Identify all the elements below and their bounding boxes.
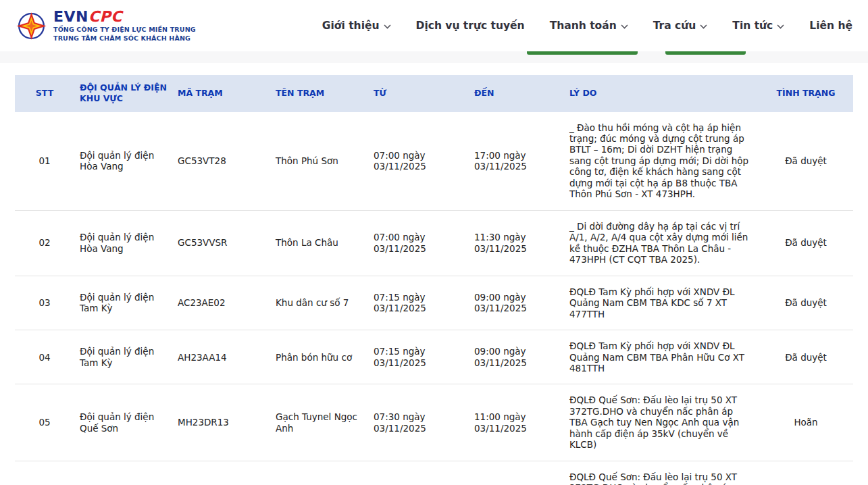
logo-evn: EVN (53, 8, 88, 25)
cell-status: Hoãn (759, 461, 853, 485)
cell-from: 07:15 ngày 03/11/2025 (368, 276, 469, 330)
evncpc-logo[interactable]: EVNCPC TỔNG CÔNG TY ĐIỆN LỰC MIỀN TRUNG … (16, 9, 196, 42)
table-row: 02 Đội quản lý điện Hòa Vang GC53VVSR Th… (15, 210, 853, 276)
nav-item-label: Liên hệ (809, 20, 852, 32)
site-header: EVNCPC TỔNG CÔNG TY ĐIỆN LỰC MIỀN TRUNG … (0, 0, 868, 51)
main-content: STTĐỘI QUẢN LÝ ĐIỆN KHU VỰCMÃ TRẠMTÊN TR… (0, 63, 868, 485)
outage-schedule-table: STTĐỘI QUẢN LÝ ĐIỆN KHU VỰCMÃ TRẠMTÊN TR… (15, 75, 853, 485)
nav-item-4[interactable]: Tin tức (732, 20, 784, 32)
cell-status: Đã duyệt (759, 112, 853, 211)
column-header-3: TÊN TRẠM (270, 75, 368, 112)
cell-team: Đội quản lý điện Hòa Vang (74, 112, 172, 211)
subheader-band (0, 51, 868, 63)
table-row: 03 Đội quản lý điện Tam Kỳ AC23AE02 Khu … (15, 276, 853, 330)
table-body: 01 Đội quản lý điện Hòa Vang GC53VT28 Th… (15, 112, 853, 485)
cell-from: 07:00 ngày 03/11/2025 (368, 112, 469, 211)
cell-status: Đã duyệt (759, 276, 853, 330)
cell-reason: _ Di dời đường dây hạ áp tại các vị trí … (564, 210, 759, 276)
cell-stt: 05 (15, 384, 74, 461)
cell-from: 07:00 ngày 03/11/2025 (368, 210, 469, 276)
cell-station-name: Thôn La Châu (270, 210, 368, 276)
logo-subtitle-1: TỔNG CÔNG TY ĐIỆN LỰC MIỀN TRUNG (53, 26, 196, 33)
nav-item-label: Giới thiệu (322, 20, 380, 32)
cell-stt: 04 (15, 330, 74, 384)
cell-to: 17:00 ngày 03/11/2025 (469, 112, 564, 211)
cell-team: Đội quản lý điện Quế Sơn (74, 384, 172, 461)
column-header-0: STT (15, 75, 74, 112)
column-header-7: TÌNH TRẠNG (759, 75, 853, 112)
cell-to: 11:00 ngày 03/11/2025 (469, 461, 564, 485)
cell-reason: _ Đào thu hồi móng và cột hạ áp hiện trạ… (564, 112, 759, 211)
cell-to: 09:00 ngày 03/11/2025 (469, 276, 564, 330)
cell-station-code: MH23DR18 (172, 461, 270, 485)
logo-text: EVNCPC TỔNG CÔNG TY ĐIỆN LỰC MIỀN TRUNG … (53, 9, 196, 42)
cell-reason: ĐQLĐ Quế Sơn: Đấu lèo lại trụ 50 XT 372T… (564, 384, 759, 461)
cell-to: 09:00 ngày 03/11/2025 (469, 330, 564, 384)
cell-status: Đã duyệt (759, 210, 853, 276)
cell-station-name: Thôn Phú Sơn (270, 112, 368, 211)
cell-team: Đội quản lý điện Quế Sơn (74, 461, 172, 485)
cell-reason: ĐQLĐ Tam Kỳ phối hợp với XNDV ĐL Quảng N… (564, 330, 759, 384)
table-row: 05 Đội quản lý điện Quế Sơn MH23DR13 Gạc… (15, 384, 853, 461)
nav-item-0[interactable]: Giới thiệu (322, 20, 391, 32)
cell-station-name: Phân bón hữu cơ (270, 330, 368, 384)
cell-station-name: Thảo Kiên_NLMT (270, 461, 368, 485)
cell-status: Hoãn (759, 384, 853, 461)
nav-item-5[interactable]: Liên hệ (809, 20, 852, 32)
cell-station-code: MH23DR13 (172, 384, 270, 461)
cell-stt: 02 (15, 210, 74, 276)
cell-from: 07:30 ngày 03/11/2025 (368, 384, 469, 461)
cell-station-name: Khu dân cư số 7 (270, 276, 368, 330)
chevron-down-icon (384, 24, 391, 29)
cell-station-code: AC23AE02 (172, 276, 270, 330)
nav-item-2[interactable]: Thanh toán (550, 20, 628, 32)
column-header-2: MÃ TRẠM (172, 75, 270, 112)
nav-item-3[interactable]: Tra cứu (653, 20, 708, 32)
cell-reason: ĐQLĐ Tam Kỳ phối hợp với XNDV ĐL Quảng N… (564, 276, 759, 330)
cell-station-code: GC53VT28 (172, 112, 270, 211)
cell-reason: ĐQLĐ Quế Sơn: Đấu lèo lại trụ 50 XT 372T… (564, 461, 759, 485)
logo-cpc: CPC (88, 8, 122, 25)
cell-from: 07:30 ngày 03/11/2025 (368, 461, 469, 485)
cell-team: Đội quản lý điện Tam Kỳ (74, 330, 172, 384)
chevron-down-icon (621, 24, 628, 29)
cell-status: Đã duyệt (759, 330, 853, 384)
nav-item-label: Dịch vụ trực tuyến (416, 20, 525, 32)
cell-team: Đội quản lý điện Tam Kỳ (74, 276, 172, 330)
cell-stt: 03 (15, 276, 74, 330)
chevron-down-icon (700, 24, 707, 29)
logo-title: EVNCPC (53, 9, 196, 24)
logo-subtitle-2: TRUNG TÂM CHĂM SÓC KHÁCH HÀNG (53, 34, 196, 42)
table-row: 04 Đội quản lý điện Tam Kỳ AH23AA14 Phân… (15, 330, 853, 384)
cell-to: 11:30 ngày 03/11/2025 (469, 210, 564, 276)
table-row: 01 Đội quản lý điện Hòa Vang GC53VT28 Th… (15, 112, 853, 211)
evn-star-icon (16, 10, 47, 42)
nav-item-label: Thanh toán (550, 20, 617, 32)
table-header: STTĐỘI QUẢN LÝ ĐIỆN KHU VỰCMÃ TRẠMTÊN TR… (15, 75, 853, 112)
table-header-row: STTĐỘI QUẢN LÝ ĐIỆN KHU VỰCMÃ TRẠMTÊN TR… (15, 75, 853, 112)
cell-station-code: GC53VVSR (172, 210, 270, 276)
cell-stt: 01 (15, 112, 74, 211)
cell-stt: 06 (15, 461, 74, 485)
column-header-1: ĐỘI QUẢN LÝ ĐIỆN KHU VỰC (74, 75, 172, 112)
table-row: 06 Đội quản lý điện Quế Sơn MH23DR18 Thả… (15, 461, 853, 485)
chevron-down-icon (777, 24, 784, 29)
nav-item-1[interactable]: Dịch vụ trực tuyến (416, 20, 525, 32)
cell-station-code: AH23AA14 (172, 330, 270, 384)
cell-from: 07:15 ngày 03/11/2025 (368, 330, 469, 384)
column-header-5: ĐẾN (469, 75, 564, 112)
cell-team: Đội quản lý điện Hòa Vang (74, 210, 172, 276)
cell-station-name: Gạch Tuynel Ngọc Anh (270, 384, 368, 461)
column-header-4: TỪ (368, 75, 469, 112)
cell-to: 11:00 ngày 03/11/2025 (469, 384, 564, 461)
main-nav: Giới thiệu Dịch vụ trực tuyến Thanh toán… (322, 20, 852, 32)
column-header-6: LÝ DO (564, 75, 759, 112)
nav-item-label: Tra cứu (653, 20, 696, 32)
nav-item-label: Tin tức (732, 20, 773, 32)
